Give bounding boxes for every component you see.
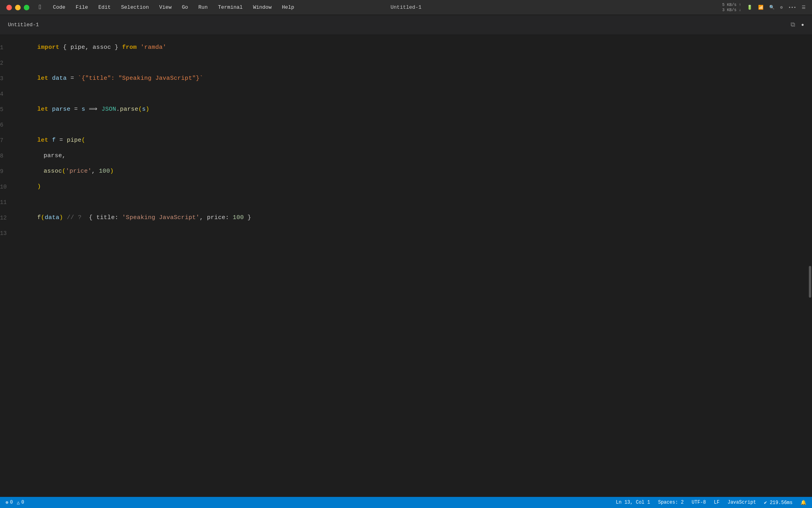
dot-icon: ● xyxy=(801,22,804,28)
editor-header: Untitled-1 ⧉ ● xyxy=(0,15,812,35)
code-line-11 xyxy=(31,194,807,210)
token-plain: parse, xyxy=(44,148,66,164)
menu-window[interactable]: Window xyxy=(251,4,273,11)
token-paren: ( xyxy=(41,210,44,225)
token-plain xyxy=(98,102,102,117)
list-icon: ☰ xyxy=(802,5,806,10)
token-comment-gray: // xyxy=(67,210,74,225)
traffic-close-button[interactable] xyxy=(6,5,12,10)
line-num-val: 10 xyxy=(0,184,7,190)
token-plain: } xyxy=(111,40,122,55)
traffic-maximize-button[interactable] xyxy=(24,5,29,10)
token-plain: , price: xyxy=(199,210,233,225)
token-var-blue: parse xyxy=(52,102,71,117)
feedback-icon[interactable]: 🔔 xyxy=(801,500,806,506)
token-paren: ) xyxy=(37,179,41,194)
line-number-4: 4 xyxy=(0,86,28,102)
indentation[interactable]: Spaces: 2 xyxy=(658,500,684,505)
token-num: 100 xyxy=(233,210,244,225)
code-content[interactable]: import { pipe, assoc } from 'ramda'let d… xyxy=(28,35,807,497)
code-line-8: parse, xyxy=(31,148,807,164)
token-paren: ) xyxy=(146,102,149,117)
token-kw: let xyxy=(37,71,48,86)
menu-code[interactable]: Code xyxy=(52,4,67,11)
code-line-5: let parse = s ⟹ JSON.parse(s) xyxy=(31,102,807,117)
token-kw: let xyxy=(37,133,48,148)
token-plain: pipe, assoc xyxy=(71,40,111,55)
token-str: 'ramda' xyxy=(140,40,166,55)
more-icon: ••• xyxy=(788,5,796,10)
line-num-val: 1 xyxy=(0,45,3,50)
menu-help[interactable]: Help xyxy=(280,4,296,11)
line-number-2: 2 xyxy=(0,55,28,71)
token-kw: let xyxy=(37,102,48,117)
menu-view[interactable]: View xyxy=(157,4,173,11)
line-num-val: 5 xyxy=(0,107,3,112)
line-number-5: 5 xyxy=(0,102,28,117)
token-var-blue: data xyxy=(52,71,67,86)
wifi-icon: 📶 xyxy=(758,5,764,10)
token-plain: title: xyxy=(96,210,122,225)
token-comment-gray: ? xyxy=(78,210,81,225)
split-editor-icon[interactable]: ⧉ xyxy=(791,21,795,29)
token-paren: ) xyxy=(59,210,63,225)
token-num: 100 xyxy=(99,164,110,179)
error-count[interactable]: ⊗ 0 △ 0 xyxy=(6,500,24,506)
apple-menu[interactable]:  xyxy=(37,3,44,12)
code-line-3: let data = `{"title": "Speaking JavaScri… xyxy=(31,71,807,86)
token-plain xyxy=(85,102,89,117)
code-line-1: import { pipe, assoc } from 'ramda' xyxy=(31,40,807,55)
token-method: JSON xyxy=(102,102,116,117)
code-line-7: let f = pipe( xyxy=(31,133,807,148)
menu-selection[interactable]: Selection xyxy=(119,4,150,11)
token-kw: from xyxy=(122,40,137,55)
network-speed: 5 KB/s ↑3 KB/s ↓ xyxy=(722,2,741,13)
token-str-backtick: `{"title": "Speaking JavaScript"}` xyxy=(78,71,203,86)
line-number-12: 12 xyxy=(0,210,28,225)
line-number-10: 10 xyxy=(0,179,28,194)
token-fn: f xyxy=(37,210,41,225)
scrollbar-track[interactable] xyxy=(807,35,812,497)
encoding[interactable]: UTF-8 xyxy=(692,500,706,505)
menu-go[interactable]: Go xyxy=(180,4,190,11)
line-num-val: 13 xyxy=(0,231,7,236)
line-number-9: 9 xyxy=(0,164,28,179)
menu-terminal[interactable]: Terminal xyxy=(216,4,244,11)
code-line-2 xyxy=(31,55,807,71)
line-number-7: 7 xyxy=(0,133,28,148)
code-line-13 xyxy=(31,225,807,241)
token-var-blue: data xyxy=(45,210,59,225)
line-num-val: 6 xyxy=(0,122,3,128)
scrollbar-thumb[interactable] xyxy=(809,266,811,298)
token-arrow: ⟹ xyxy=(89,102,98,117)
line-number-11: 11 xyxy=(0,194,28,210)
line-num-val: 7 xyxy=(0,138,3,143)
code-line-4 xyxy=(31,86,807,102)
window-title: Untitled-1 xyxy=(391,4,421,10)
titlebar-right: 5 KB/s ↑3 KB/s ↓ 🔋 📶 🔍 ⚙ ••• ☰ xyxy=(722,2,806,13)
code-line-12: f(data) // ? { title: 'Speaking JavaScri… xyxy=(31,210,807,225)
editor-tab[interactable]: Untitled-1 xyxy=(8,22,39,28)
token-plain xyxy=(48,133,52,148)
line-num-val: 2 xyxy=(0,60,3,66)
token-plain: { xyxy=(89,210,96,225)
token-plain xyxy=(48,102,52,117)
token-var-blue: s xyxy=(82,102,85,117)
line-number-3: 3 xyxy=(0,71,28,86)
token-plain: , xyxy=(92,164,99,179)
menu-edit[interactable]: Edit xyxy=(97,4,112,11)
editor-area: 12345678910111213 import { pipe, assoc }… xyxy=(0,35,812,497)
menu-file[interactable]: File xyxy=(74,4,90,11)
token-plain: { xyxy=(59,40,71,55)
token-plain: = xyxy=(71,102,82,117)
line-numbers-gutter: 12345678910111213 xyxy=(0,35,28,497)
cursor-position[interactable]: Ln 13, Col 1 xyxy=(616,500,650,505)
token-plain xyxy=(74,210,78,225)
battery-icon: 🔋 xyxy=(747,5,753,10)
line-num-val: 12 xyxy=(0,215,7,221)
traffic-minimize-button[interactable] xyxy=(15,5,21,10)
code-line-10: ) xyxy=(31,179,807,194)
eol[interactable]: LF xyxy=(714,500,720,505)
language-mode[interactable]: JavaScript xyxy=(728,500,756,505)
menu-run[interactable]: Run xyxy=(197,4,209,11)
